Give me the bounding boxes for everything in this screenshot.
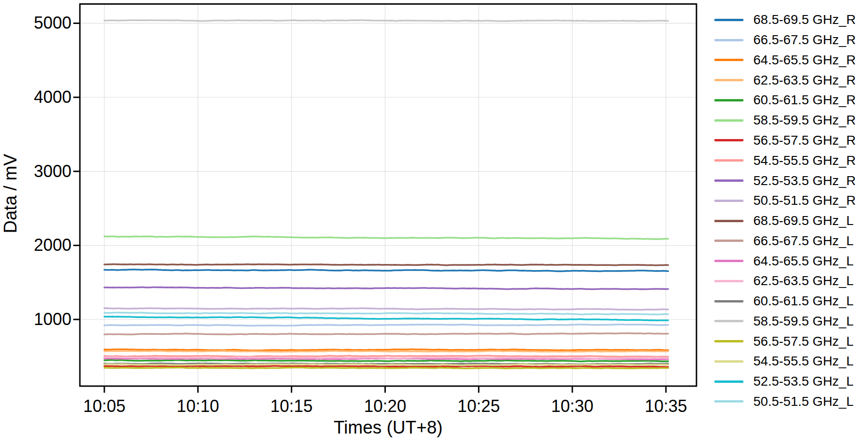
x-tick-label: 10:30 (530, 397, 615, 416)
legend-item: 50.5-51.5 GHz_R (703, 191, 868, 211)
legend-item: 64.5-65.5 GHz_L (703, 251, 868, 271)
legend-swatch (714, 19, 743, 21)
plot-spines (80, 4, 696, 387)
legend-item: 58.5-59.5 GHz_L (703, 311, 868, 331)
legend-label: 50.5-51.5 GHz_R (753, 193, 856, 208)
legend-item: 50.5-51.5 GHz_L (703, 392, 868, 412)
legend-swatch (714, 59, 743, 61)
legend-item: 60.5-61.5 GHz_R (703, 90, 868, 110)
legend-label: 52.5-53.5 GHz_L (753, 374, 853, 389)
series-line-62.5-63.5-ghz-r (104, 351, 668, 352)
legend-item: 58.5-59.5 GHz_R (703, 110, 868, 131)
legend-label: 50.5-51.5 GHz_L (753, 394, 853, 409)
series-line-56.5-57.5-ghz-l (104, 367, 668, 368)
legend-item: 68.5-69.5 GHz_R (703, 10, 868, 30)
y-tick-label: 3000 (0, 161, 71, 182)
series-line-66.5-67.5-ghz-l (104, 333, 668, 334)
legend-swatch (714, 360, 743, 363)
legend-swatch (714, 159, 743, 162)
legend-label: 56.5-57.5 GHz_L (753, 334, 853, 349)
legend-swatch (714, 119, 743, 122)
legend-label: 64.5-65.5 GHz_R (753, 53, 856, 68)
x-tick-label: 10:05 (62, 397, 147, 416)
legend-item: 66.5-67.5 GHz_L (703, 231, 868, 251)
series-line-64.5-65.5-ghz-r (104, 349, 668, 350)
series-line-54.5-55.5-ghz-r (104, 356, 668, 357)
series-line-66.5-67.5-ghz-r (104, 325, 668, 326)
series-line-62.5-63.5-ghz-l (104, 357, 668, 358)
legend-label: 56.5-57.5 GHz_R (753, 133, 856, 148)
legend-label: 66.5-67.5 GHz_L (753, 233, 853, 248)
series-line-52.5-53.5-ghz-l (104, 317, 668, 320)
legend-label: 52.5-53.5 GHz_R (753, 173, 856, 188)
y-tick-label: 4000 (0, 87, 71, 108)
series-line-52.5-53.5-ghz-r (104, 287, 668, 289)
legend-swatch (714, 340, 743, 342)
legend-label: 66.5-67.5 GHz_R (753, 32, 856, 47)
legend-label: 62.5-63.5 GHz_L (753, 273, 853, 288)
y-tick-label: 2000 (0, 235, 71, 256)
legend-label: 68.5-69.5 GHz_L (753, 213, 853, 228)
legend-item: 68.5-69.5 GHz_L (703, 211, 868, 231)
legend-item: 54.5-55.5 GHz_L (703, 351, 868, 372)
legend: 68.5-69.5 GHz_R66.5-67.5 GHz_R64.5-65.5 … (703, 10, 868, 411)
legend-label: 58.5-59.5 GHz_R (753, 113, 856, 128)
legend-item: 62.5-63.5 GHz_L (703, 271, 868, 291)
x-tick-label: 10:35 (624, 397, 708, 416)
x-tick-label: 10:20 (343, 397, 428, 416)
legend-item: 56.5-57.5 GHz_R (703, 131, 868, 151)
series-line-50.5-51.5-ghz-l (104, 312, 668, 314)
legend-swatch (714, 39, 743, 41)
legend-swatch (714, 139, 743, 141)
legend-swatch (714, 220, 743, 222)
legend-label: 60.5-61.5 GHz_L (753, 294, 853, 309)
legend-swatch (714, 99, 743, 101)
series-line-68.5-69.5-ghz-l (104, 264, 668, 265)
legend-swatch (714, 240, 743, 242)
series-line-50.5-51.5-ghz-r (104, 308, 668, 310)
legend-label: 58.5-59.5 GHz_L (753, 314, 853, 329)
legend-swatch (714, 280, 743, 282)
legend-item: 64.5-65.5 GHz_R (703, 50, 868, 70)
legend-swatch (714, 400, 743, 403)
legend-swatch (714, 300, 743, 302)
y-tick-label: 1000 (0, 309, 71, 330)
legend-label: 68.5-69.5 GHz_R (753, 12, 856, 27)
x-tick-label: 10:25 (437, 397, 521, 416)
legend-label: 54.5-55.5 GHz_R (753, 153, 856, 168)
x-tick-label: 10:15 (249, 397, 334, 416)
series-line-58.5-59.5-ghz-l (104, 20, 668, 21)
legend-swatch (714, 320, 743, 322)
legend-label: 54.5-55.5 GHz_L (753, 354, 853, 369)
legend-item: 62.5-63.5 GHz_R (703, 70, 868, 90)
series-line-58.5-59.5-ghz-r (104, 236, 668, 239)
legend-item: 66.5-67.5 GHz_R (703, 30, 868, 50)
legend-swatch (714, 179, 743, 182)
legend-label: 60.5-61.5 GHz_R (753, 93, 856, 108)
x-axis-label: Times (UT+8) (271, 418, 506, 438)
legend-label: 62.5-63.5 GHz_R (753, 73, 856, 88)
legend-swatch (714, 79, 743, 81)
y-tick-label: 5000 (0, 13, 71, 33)
chart-figure: Data / mV Times (UT+8) 10002000300040005… (0, 0, 868, 442)
legend-label: 64.5-65.5 GHz_L (753, 254, 853, 269)
series-line-68.5-69.5-ghz-r (104, 270, 668, 271)
legend-item: 52.5-53.5 GHz_R (703, 171, 868, 191)
legend-item: 60.5-61.5 GHz_L (703, 291, 868, 311)
legend-swatch (714, 380, 743, 383)
legend-item: 52.5-53.5 GHz_L (703, 372, 868, 392)
series-line-60.5-61.5-ghz-r (104, 360, 668, 362)
legend-item: 54.5-55.5 GHz_R (703, 150, 868, 171)
legend-swatch (714, 260, 743, 262)
legend-item: 56.5-57.5 GHz_L (703, 331, 868, 351)
series-line-54.5-55.5-ghz-l (104, 364, 668, 365)
x-tick-label: 10:10 (156, 397, 240, 416)
legend-swatch (714, 200, 743, 202)
series-line-56.5-57.5-ghz-r (104, 366, 668, 367)
